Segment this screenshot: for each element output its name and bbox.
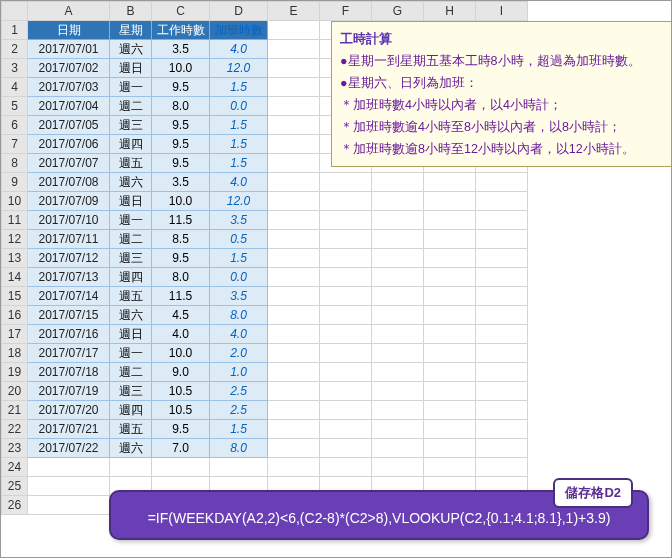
cell-B[interactable]: 週日	[110, 59, 152, 78]
row-header[interactable]: 15	[2, 287, 28, 306]
cell[interactable]	[268, 420, 320, 439]
row-header[interactable]: 17	[2, 325, 28, 344]
cell[interactable]	[320, 363, 372, 382]
cell-B[interactable]: 週四	[110, 401, 152, 420]
cell[interactable]	[372, 268, 424, 287]
table-header-cell[interactable]: 星期	[110, 21, 152, 40]
cell-D[interactable]: 3.5	[210, 287, 268, 306]
cell[interactable]	[476, 173, 528, 192]
cell-D[interactable]: 4.0	[210, 173, 268, 192]
cell[interactable]	[372, 420, 424, 439]
cell[interactable]	[268, 192, 320, 211]
row-header[interactable]: 24	[2, 458, 28, 477]
column-header-I[interactable]: I	[476, 2, 528, 21]
cell[interactable]	[372, 325, 424, 344]
cell[interactable]	[476, 287, 528, 306]
cell[interactable]	[268, 116, 320, 135]
cell-A[interactable]: 2017/07/04	[28, 97, 110, 116]
cell[interactable]	[268, 439, 320, 458]
cell-A[interactable]: 2017/07/11	[28, 230, 110, 249]
cell-B[interactable]: 週三	[110, 382, 152, 401]
cell[interactable]	[268, 287, 320, 306]
cell[interactable]	[372, 306, 424, 325]
cell[interactable]	[476, 325, 528, 344]
cell[interactable]	[268, 306, 320, 325]
cell[interactable]	[424, 268, 476, 287]
cell[interactable]	[268, 59, 320, 78]
cell[interactable]	[268, 78, 320, 97]
cell-D[interactable]: 3.5	[210, 211, 268, 230]
cell[interactable]	[424, 287, 476, 306]
cell[interactable]	[320, 249, 372, 268]
row-header[interactable]: 18	[2, 344, 28, 363]
cell-C[interactable]: 10.0	[152, 59, 210, 78]
cell-B[interactable]: 週五	[110, 287, 152, 306]
select-all-corner[interactable]	[2, 2, 28, 21]
cell-A[interactable]: 2017/07/10	[28, 211, 110, 230]
row-header[interactable]: 7	[2, 135, 28, 154]
cell[interactable]	[152, 458, 210, 477]
cell[interactable]	[424, 173, 476, 192]
cell[interactable]	[476, 306, 528, 325]
cell-B[interactable]: 週二	[110, 363, 152, 382]
cell[interactable]	[268, 135, 320, 154]
cell-A[interactable]: 2017/07/07	[28, 154, 110, 173]
cell-B[interactable]: 週一	[110, 78, 152, 97]
row-header[interactable]: 4	[2, 78, 28, 97]
row-header[interactable]: 22	[2, 420, 28, 439]
cell-B[interactable]: 週二	[110, 97, 152, 116]
cell-C[interactable]: 11.5	[152, 287, 210, 306]
cell[interactable]	[320, 382, 372, 401]
row-header[interactable]: 1	[2, 21, 28, 40]
cell[interactable]	[424, 192, 476, 211]
cell-A[interactable]: 2017/07/05	[28, 116, 110, 135]
cell[interactable]	[476, 230, 528, 249]
cell[interactable]	[268, 268, 320, 287]
cell[interactable]	[424, 249, 476, 268]
cell-B[interactable]: 週六	[110, 173, 152, 192]
cell[interactable]	[424, 325, 476, 344]
column-header-D[interactable]: D	[210, 2, 268, 21]
cell[interactable]	[424, 458, 476, 477]
cell-D[interactable]: 8.0	[210, 306, 268, 325]
cell[interactable]	[268, 230, 320, 249]
cell-A[interactable]: 2017/07/18	[28, 363, 110, 382]
cell-B[interactable]: 週日	[110, 325, 152, 344]
cell[interactable]	[320, 458, 372, 477]
cell[interactable]	[268, 458, 320, 477]
cell[interactable]	[28, 496, 110, 515]
cell-C[interactable]: 9.5	[152, 249, 210, 268]
cell[interactable]	[372, 211, 424, 230]
row-header[interactable]: 11	[2, 211, 28, 230]
column-header-A[interactable]: A	[28, 2, 110, 21]
cell[interactable]	[424, 382, 476, 401]
cell-B[interactable]: 週六	[110, 439, 152, 458]
cell[interactable]	[268, 154, 320, 173]
cell-C[interactable]: 4.0	[152, 325, 210, 344]
cell[interactable]	[268, 211, 320, 230]
cell[interactable]	[476, 211, 528, 230]
row-header[interactable]: 2	[2, 40, 28, 59]
cell-D[interactable]: 4.0	[210, 40, 268, 59]
cell[interactable]	[424, 211, 476, 230]
cell-B[interactable]: 週五	[110, 420, 152, 439]
cell[interactable]	[424, 230, 476, 249]
cell-B[interactable]: 週四	[110, 135, 152, 154]
cell[interactable]	[476, 458, 528, 477]
cell-B[interactable]: 週三	[110, 116, 152, 135]
cell-D[interactable]: 8.0	[210, 439, 268, 458]
cell-A[interactable]: 2017/07/13	[28, 268, 110, 287]
cell[interactable]	[320, 439, 372, 458]
column-header-B[interactable]: B	[110, 2, 152, 21]
cell[interactable]	[476, 439, 528, 458]
cell-D[interactable]: 1.0	[210, 363, 268, 382]
row-header[interactable]: 3	[2, 59, 28, 78]
cell[interactable]	[372, 249, 424, 268]
cell-C[interactable]: 8.5	[152, 230, 210, 249]
cell-B[interactable]: 週二	[110, 230, 152, 249]
cell-A[interactable]: 2017/07/19	[28, 382, 110, 401]
cell-A[interactable]: 2017/07/15	[28, 306, 110, 325]
cell-A[interactable]: 2017/07/16	[28, 325, 110, 344]
cell[interactable]	[320, 420, 372, 439]
cell[interactable]	[372, 401, 424, 420]
